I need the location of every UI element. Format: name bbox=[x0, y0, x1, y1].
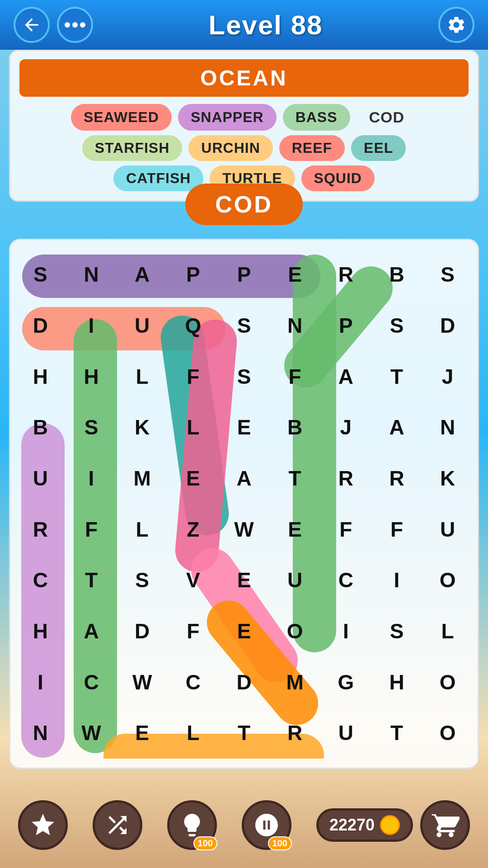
grid-cell[interactable]: S bbox=[371, 300, 422, 351]
word-chip-reef[interactable]: REEF bbox=[279, 135, 345, 161]
grid-cell[interactable]: I bbox=[15, 656, 66, 708]
grid-cell[interactable]: A bbox=[117, 249, 168, 300]
grid-cell[interactable]: P bbox=[219, 249, 270, 300]
grid-cell[interactable]: O bbox=[422, 656, 473, 708]
grid-cell[interactable]: R bbox=[320, 453, 371, 504]
word-chip-seaweed[interactable]: SEAWEED bbox=[71, 104, 172, 131]
grid-cell[interactable]: L bbox=[168, 708, 219, 759]
grid-cell[interactable]: S bbox=[422, 249, 473, 300]
shuffle-button[interactable] bbox=[93, 800, 142, 850]
grid-cell[interactable]: E bbox=[219, 402, 270, 453]
grid-cell[interactable]: V bbox=[168, 555, 219, 606]
grid-cell[interactable]: T bbox=[269, 453, 320, 504]
grid-cell[interactable]: B bbox=[269, 402, 320, 453]
grid-cell[interactable]: U bbox=[15, 453, 66, 504]
grid-cell[interactable]: A bbox=[371, 402, 422, 453]
grid-cell[interactable]: A bbox=[66, 606, 117, 657]
word-chip-snapper[interactable]: SNAPPER bbox=[178, 104, 277, 131]
grid-cell[interactable]: N bbox=[66, 249, 117, 300]
grid-cell[interactable]: S bbox=[66, 402, 117, 453]
grid-cell[interactable]: L bbox=[117, 351, 168, 402]
grid-cell[interactable]: R bbox=[371, 453, 422, 504]
grid-cell[interactable]: S bbox=[219, 351, 270, 402]
grid-cell[interactable]: S bbox=[117, 555, 168, 606]
grid-cell[interactable]: B bbox=[371, 249, 422, 300]
word-chip-catfish[interactable]: CATFISH bbox=[113, 165, 203, 191]
grid-cell[interactable]: R bbox=[269, 708, 320, 759]
grid-cell[interactable]: H bbox=[15, 606, 66, 657]
grid-cell[interactable]: I bbox=[66, 300, 117, 351]
grid-cell[interactable]: E bbox=[117, 708, 168, 759]
reveal-button[interactable]: 100 bbox=[242, 800, 291, 850]
grid-cell[interactable]: S bbox=[371, 606, 422, 657]
grid-cell[interactable]: O bbox=[269, 606, 320, 657]
grid-cell[interactable]: H bbox=[371, 656, 422, 708]
grid-cell[interactable]: P bbox=[320, 300, 371, 351]
grid-cell[interactable]: D bbox=[422, 300, 473, 351]
grid-cell[interactable]: O bbox=[422, 708, 473, 759]
grid-cell[interactable]: K bbox=[117, 402, 168, 453]
grid-cell[interactable]: E bbox=[219, 555, 270, 606]
grid-cell[interactable]: F bbox=[168, 606, 219, 657]
grid-cell[interactable]: E bbox=[269, 249, 320, 300]
grid-cell[interactable]: D bbox=[117, 606, 168, 657]
grid-cell[interactable]: A bbox=[320, 351, 371, 402]
word-chip-starfish[interactable]: STARFISH bbox=[82, 135, 183, 161]
grid-cell[interactable]: T bbox=[219, 708, 270, 759]
grid-cell[interactable]: H bbox=[66, 351, 117, 402]
grid-cell[interactable]: W bbox=[219, 504, 270, 555]
grid-cell[interactable]: D bbox=[219, 656, 270, 708]
grid-cell[interactable]: R bbox=[320, 249, 371, 300]
grid-cell[interactable]: T bbox=[371, 708, 422, 759]
grid-cell[interactable]: T bbox=[66, 555, 117, 606]
grid-cell[interactable]: I bbox=[320, 606, 371, 657]
word-chip-urchin[interactable]: URCHIN bbox=[188, 135, 272, 161]
grid-cell[interactable]: M bbox=[117, 453, 168, 504]
settings-button[interactable] bbox=[438, 7, 474, 43]
grid-cell[interactable]: W bbox=[66, 708, 117, 759]
grid-cell[interactable]: C bbox=[15, 555, 66, 606]
grid-cell[interactable]: L bbox=[168, 402, 219, 453]
shop-button[interactable] bbox=[420, 800, 470, 850]
grid-cell[interactable]: Z bbox=[168, 504, 219, 555]
grid-cell[interactable]: F bbox=[168, 351, 219, 402]
grid-cell[interactable]: C bbox=[66, 656, 117, 708]
back-button[interactable] bbox=[14, 7, 50, 43]
grid-cell[interactable]: K bbox=[422, 453, 473, 504]
grid-cell[interactable]: J bbox=[422, 351, 473, 402]
grid-cell[interactable]: E bbox=[269, 504, 320, 555]
grid-cell[interactable]: T bbox=[371, 351, 422, 402]
grid-cell[interactable]: B bbox=[15, 402, 66, 453]
grid-cell[interactable]: A bbox=[219, 453, 270, 504]
word-chip-cod[interactable]: COD bbox=[357, 104, 418, 131]
word-chip-bass[interactable]: BASS bbox=[283, 104, 350, 131]
menu-button[interactable] bbox=[57, 7, 93, 43]
favorites-button[interactable] bbox=[18, 800, 68, 850]
grid-cell[interactable]: U bbox=[269, 555, 320, 606]
letter-grid[interactable]: SNAPPERBSDIUQSNPSDHHLFSFATJBSKLEBJANUIME… bbox=[15, 249, 473, 759]
grid-cell[interactable]: N bbox=[15, 708, 66, 759]
grid-cell[interactable]: L bbox=[422, 606, 473, 657]
grid-cell[interactable]: M bbox=[269, 656, 320, 708]
grid-cell[interactable]: E bbox=[168, 453, 219, 504]
grid-cell[interactable]: R bbox=[15, 504, 66, 555]
grid-cell[interactable]: U bbox=[320, 708, 371, 759]
grid-cell[interactable]: F bbox=[269, 351, 320, 402]
grid-cell[interactable]: G bbox=[320, 656, 371, 708]
grid-cell[interactable]: N bbox=[269, 300, 320, 351]
grid-cell[interactable]: F bbox=[320, 504, 371, 555]
grid-cell[interactable]: I bbox=[66, 453, 117, 504]
grid-cell[interactable]: F bbox=[371, 504, 422, 555]
grid-cell[interactable]: S bbox=[15, 249, 66, 300]
grid-cell[interactable]: U bbox=[422, 504, 473, 555]
grid-cell[interactable]: Q bbox=[168, 300, 219, 351]
grid-cell[interactable]: I bbox=[371, 555, 422, 606]
hint-button[interactable]: 100 bbox=[167, 800, 217, 850]
grid-cell[interactable]: U bbox=[117, 300, 168, 351]
grid-cell[interactable]: S bbox=[219, 300, 270, 351]
word-chip-eel[interactable]: EEL bbox=[351, 135, 406, 161]
grid-cell[interactable]: D bbox=[15, 300, 66, 351]
grid-cell[interactable]: N bbox=[422, 402, 473, 453]
word-chip-squid[interactable]: SQUID bbox=[301, 165, 375, 191]
grid-cell[interactable]: W bbox=[117, 656, 168, 708]
